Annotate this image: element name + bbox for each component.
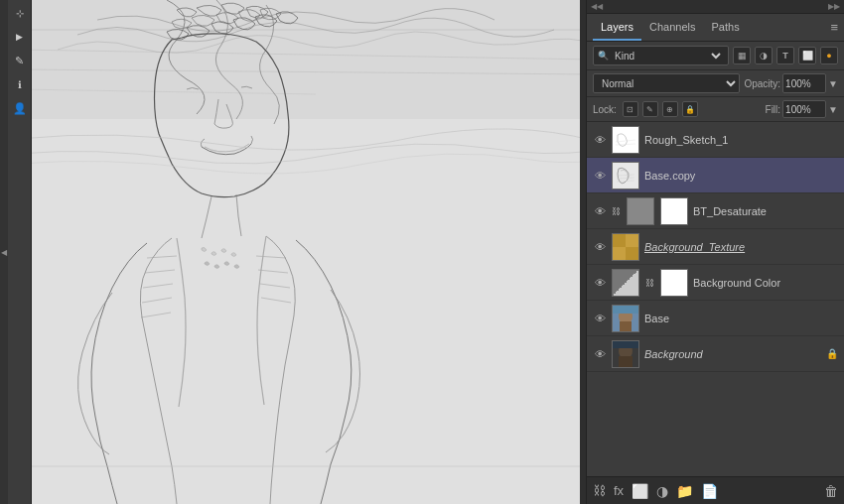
- layer-visibility-eye[interactable]: 👁: [593, 240, 607, 254]
- tab-channels[interactable]: Channels: [641, 15, 703, 41]
- new-layer-btn[interactable]: 📄: [701, 483, 718, 499]
- fill-dropdown-icon[interactable]: ▼: [828, 104, 838, 115]
- svg-rect-23: [628, 198, 653, 224]
- svg-rect-30: [620, 321, 632, 331]
- fill-input[interactable]: [782, 100, 826, 118]
- layer-thumbnail: [612, 305, 639, 332]
- canvas-area: [32, 0, 580, 504]
- opacity-group: Opacity: ▼: [744, 73, 838, 93]
- layer-row[interactable]: 👁 Background_Texture: [587, 229, 844, 265]
- lock-position-btn[interactable]: ⊕: [662, 101, 678, 117]
- layer-row[interactable]: 👁 ⛓ BT_Desaturate: [587, 193, 844, 229]
- panel-top-collapse-right[interactable]: ▶▶: [828, 2, 840, 11]
- lock-fill-row: Lock: ⊡ ✎ ⊕ 🔒 Fill: ▼: [587, 97, 844, 122]
- layers-bottom-toolbar: ⛓ fx ⬜ ◑ 📁 📄 🗑: [587, 476, 844, 504]
- layer-thumbnail: [612, 162, 639, 189]
- layer-mask-thumbnail: [660, 269, 688, 297]
- layer-thumbnail: [612, 340, 639, 368]
- layer-thumbnail: [627, 197, 654, 225]
- panel-top-collapse-left[interactable]: ◀◀: [591, 2, 603, 11]
- layer-row[interactable]: 👁 Base.copy: [587, 158, 844, 193]
- svg-rect-27: [626, 247, 638, 260]
- add-style-btn[interactable]: fx: [614, 483, 624, 498]
- tabs-row: Layers Channels Paths ≡: [587, 14, 844, 42]
- layer-name: Background_Texture: [644, 241, 838, 253]
- kind-filter-box[interactable]: 🔍 Kind Pixel Adjustment Type Smart Objec…: [593, 46, 729, 65]
- brush-tool[interactable]: ✎: [11, 52, 29, 69]
- svg-rect-35: [613, 341, 638, 348]
- add-mask-btn[interactable]: ⬜: [632, 483, 648, 499]
- svg-rect-34: [619, 356, 633, 367]
- tab-layers[interactable]: Layers: [593, 15, 641, 41]
- smart-filter-icon[interactable]: ●: [820, 47, 838, 64]
- delete-layer-btn[interactable]: 🗑: [824, 483, 838, 499]
- kind-select[interactable]: Kind Pixel Adjustment Type Smart Object: [611, 50, 724, 63]
- fill-label: Fill:: [766, 104, 781, 115]
- lock-label: Lock:: [593, 104, 617, 115]
- opacity-input[interactable]: [782, 73, 826, 93]
- pixel-filter-icon[interactable]: ▦: [733, 47, 751, 64]
- svg-rect-19: [613, 163, 638, 189]
- blend-row: Normal Dissolve Multiply Screen Overlay …: [587, 70, 844, 97]
- type-filter-icon[interactable]: T: [776, 47, 794, 64]
- layer-visibility-eye[interactable]: 👁: [593, 204, 607, 218]
- layer-name: Background Color: [693, 277, 838, 289]
- search-icon: 🔍: [598, 51, 609, 61]
- layers-panel: ◀◀ ▶▶ Layers Channels Paths ≡ 🔍 Kind Pix…: [586, 0, 844, 504]
- layer-visibility-eye[interactable]: 👁: [593, 133, 607, 147]
- blend-mode-select[interactable]: Normal Dissolve Multiply Screen Overlay …: [593, 73, 740, 93]
- move-tool[interactable]: ⊹: [11, 4, 29, 22]
- adjustment-filter-icon[interactable]: ◑: [755, 47, 773, 64]
- panel-menu-icon[interactable]: ≡: [830, 20, 838, 35]
- layer-thumbnail: [612, 233, 639, 261]
- svg-rect-24: [661, 198, 687, 224]
- user-tool[interactable]: 👤: [11, 99, 29, 117]
- layer-name: BT_Desaturate: [693, 205, 838, 217]
- layer-lock-icon: 🔒: [826, 348, 838, 360]
- left-collapse-handle[interactable]: ◀: [0, 0, 8, 504]
- lock-all-btn[interactable]: 🔒: [682, 101, 698, 117]
- info-tool[interactable]: ℹ: [11, 75, 29, 93]
- layer-name: Rough_Sketch_1: [644, 134, 838, 146]
- link-chain-icon: ⛓: [645, 278, 655, 288]
- layer-mask-thumbnail: [660, 197, 688, 225]
- layers-list: 👁 Rough_Sketch_1 👁: [587, 122, 844, 476]
- new-adjustment-btn[interactable]: ◑: [656, 483, 668, 499]
- play-tool[interactable]: ▶: [11, 28, 29, 46]
- layer-visibility-eye[interactable]: 👁: [593, 347, 607, 361]
- layer-visibility-eye[interactable]: 👁: [593, 169, 607, 183]
- svg-rect-1: [32, 0, 580, 119]
- layer-thumbnail: [612, 269, 639, 297]
- left-toolbar: ⊹ ▶ ✎ ℹ 👤: [8, 0, 32, 504]
- opacity-dropdown-icon[interactable]: ▼: [828, 78, 838, 89]
- lock-pixels-btn[interactable]: ✎: [642, 101, 658, 117]
- link-layers-btn[interactable]: ⛓: [593, 483, 606, 498]
- layer-row[interactable]: 👁 Base: [587, 301, 844, 336]
- lock-transparent-btn[interactable]: ⊡: [623, 101, 638, 117]
- svg-rect-31: [613, 306, 638, 314]
- layer-name: Background: [644, 348, 821, 360]
- layer-row[interactable]: 👁 Background 🔒: [587, 336, 844, 372]
- fill-group: Fill: ▼: [766, 100, 838, 118]
- vector-filter-icon[interactable]: ⬜: [798, 47, 816, 64]
- layer-thumbnail: [612, 126, 639, 154]
- layer-row[interactable]: 👁 ⛓ Background Color: [587, 265, 844, 301]
- opacity-label: Opacity:: [744, 78, 780, 89]
- link-chain-icon: ⛓: [612, 206, 622, 216]
- layer-visibility-eye[interactable]: 👁: [593, 312, 607, 325]
- new-group-btn[interactable]: 📁: [676, 483, 693, 499]
- filter-row: 🔍 Kind Pixel Adjustment Type Smart Objec…: [587, 42, 844, 70]
- svg-rect-26: [613, 234, 626, 247]
- tab-paths[interactable]: Paths: [704, 15, 748, 41]
- layer-row[interactable]: 👁 Rough_Sketch_1: [587, 122, 844, 158]
- layer-name: Base: [644, 313, 838, 324]
- layer-name: Base.copy: [644, 170, 838, 182]
- layer-visibility-eye[interactable]: 👁: [593, 276, 607, 290]
